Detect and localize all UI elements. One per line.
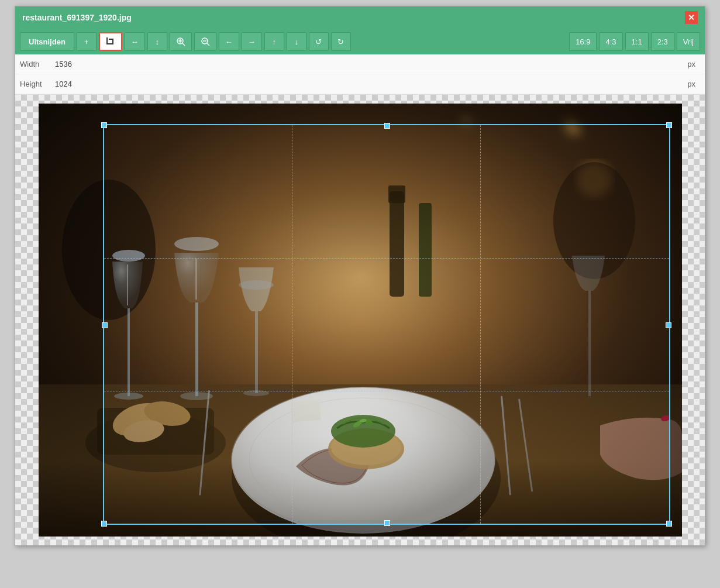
move-up-button[interactable]: ↑ (264, 32, 284, 51)
crop-box[interactable] (103, 124, 670, 525)
move-down-button[interactable]: ↓ (287, 32, 306, 51)
crop-button[interactable] (99, 32, 122, 51)
svg-line-1 (182, 43, 185, 46)
width-label: Width (20, 60, 55, 68)
grid-line-v1 (292, 125, 292, 524)
crop-handle-bottom-right[interactable] (666, 521, 672, 527)
width-unit: px (687, 60, 700, 68)
height-unit: px (687, 80, 700, 88)
crop-overlay-left (39, 124, 103, 525)
grid-line-h2 (104, 391, 669, 391)
crop-overlay-right (670, 124, 682, 525)
ratio-free-button[interactable]: Vrij (677, 32, 700, 51)
crop-handle-top-left[interactable] (101, 122, 107, 128)
crop-handle-top-middle[interactable] (384, 123, 390, 129)
crop-handle-bottom-middle[interactable] (384, 520, 390, 526)
close-button[interactable]: ✕ (685, 11, 698, 24)
zoom-in-button[interactable] (170, 32, 192, 51)
title-bar: restaurant_691397_1920.jpg ✕ (15, 6, 705, 29)
ratio-2-3-button[interactable]: 2:3 (651, 32, 674, 51)
add-button[interactable]: + (77, 32, 97, 51)
crop-handle-top-right[interactable] (666, 122, 672, 128)
ratio-4-3-button[interactable]: 4:3 (599, 32, 622, 51)
width-input[interactable] (55, 60, 687, 68)
flip-h-button[interactable]: ↔ (125, 32, 145, 51)
toolbar: Uitsnijden + ↔ ↕ ← → ↑ (15, 29, 705, 54)
ratio-16-9-button[interactable]: 16:9 (569, 32, 597, 51)
height-label: Height (20, 80, 55, 88)
crop-handle-middle-left[interactable] (102, 322, 108, 328)
grid-line-v2 (480, 125, 481, 524)
crop-overlay-top (39, 104, 682, 124)
grid-line-h1 (104, 258, 669, 259)
crop-handle-bottom-left[interactable] (101, 521, 107, 527)
dimensions-bar: Width px Height px (15, 54, 705, 95)
zoom-out-button[interactable] (194, 32, 216, 51)
flip-v-button[interactable]: ↕ (147, 32, 167, 51)
width-row: Width px (15, 54, 705, 74)
ratio-1-1-button[interactable]: 1:1 (625, 32, 649, 51)
uitsnijden-button[interactable]: Uitsnijden (20, 32, 74, 51)
move-right-button[interactable]: → (242, 32, 262, 51)
svg-line-5 (207, 43, 209, 46)
rotate-right-button[interactable]: ↻ (331, 32, 351, 51)
move-left-button[interactable]: ← (219, 32, 239, 51)
canvas-area[interactable] (15, 95, 705, 545)
window-title: restaurant_691397_1920.jpg (22, 13, 132, 22)
rotate-left-button[interactable]: ↺ (309, 32, 329, 51)
image-editor-window: restaurant_691397_1920.jpg ✕ Uitsnijden … (15, 6, 705, 546)
height-row: Height px (15, 74, 705, 94)
image-container (39, 104, 682, 537)
crop-overlay-bottom (39, 525, 682, 537)
crop-handle-middle-right[interactable] (666, 322, 671, 328)
height-input[interactable] (55, 80, 687, 88)
